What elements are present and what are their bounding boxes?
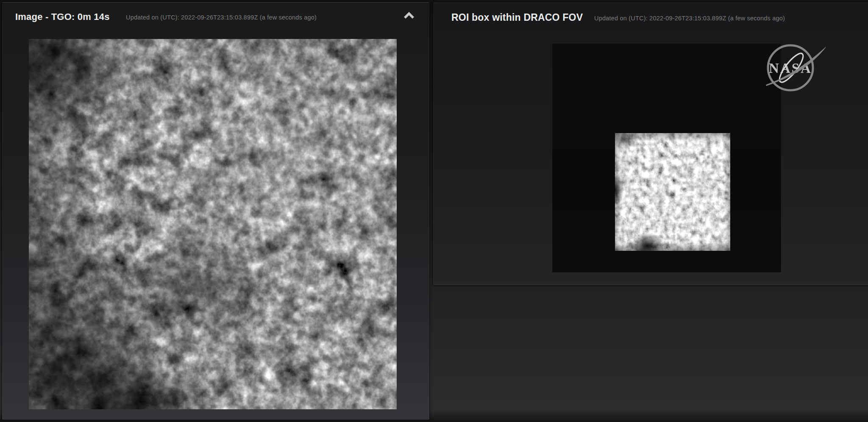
chevron-up-icon xyxy=(402,10,416,21)
roi-panel-title: ROI box within DRACO FOV xyxy=(451,12,583,23)
nasa-logo-icon: NASA xyxy=(762,42,829,93)
dart-mission-dashboard: Image - TGO: 0m 14s Updated on (UTC): 20… xyxy=(0,0,868,422)
image-tgo-updated-text: Updated on (UTC): 2022-09-26T23:15:03.89… xyxy=(126,14,317,21)
asteroid-image-shading xyxy=(29,39,397,409)
collapse-panel-button[interactable] xyxy=(400,8,418,24)
tgo-asteroid-image xyxy=(29,39,397,409)
roi-updated-text: Updated on (UTC): 2022-09-26T23:15:03.89… xyxy=(594,15,785,22)
roi-image-shading xyxy=(615,133,730,251)
image-tgo-panel: Image - TGO: 0m 14s Updated on (UTC): 20… xyxy=(2,2,429,420)
roi-draco-fov-panel: ROI box within DRACO FOV Updated on (UTC… xyxy=(433,3,868,285)
roi-asteroid-image xyxy=(615,133,730,251)
image-tgo-panel-title: Image - TGO: 0m 14s xyxy=(15,11,110,22)
